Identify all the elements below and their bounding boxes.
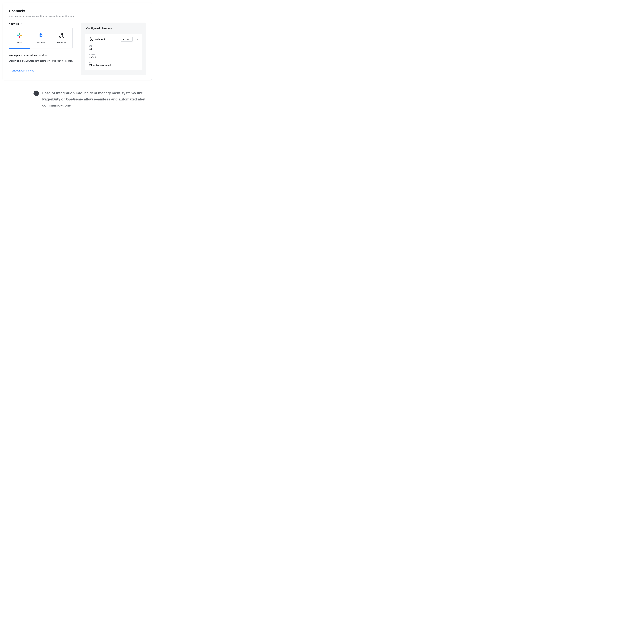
opsgenie-icon bbox=[38, 32, 44, 39]
annotation: Ease of integration into incident manage… bbox=[3, 80, 152, 114]
choose-workspace-button[interactable]: CHOOSE WORKSPACE bbox=[9, 68, 37, 74]
slack-icon bbox=[16, 32, 23, 39]
test-button[interactable]: ▶ TEST bbox=[121, 37, 133, 42]
url-value: test bbox=[88, 48, 138, 50]
svg-point-8 bbox=[40, 33, 42, 36]
notify-via-label: Notify via bbox=[9, 23, 19, 25]
channel-option-label: Webhook bbox=[57, 41, 66, 44]
play-icon: ▶ bbox=[123, 39, 124, 40]
channel-options: Slack Opsgenie bbox=[9, 28, 73, 49]
chevron-right-icon bbox=[33, 91, 39, 96]
annotation-text: Ease of integration into incident manage… bbox=[42, 90, 152, 108]
meta-value: 'test' = 't' bbox=[88, 56, 138, 58]
configured-channels-heading: Configured channels bbox=[85, 27, 142, 30]
svg-point-11 bbox=[63, 36, 64, 38]
svg-point-14 bbox=[91, 40, 92, 41]
left-column: Notify via ? bbox=[9, 23, 76, 74]
permissions-body: Start by giving StackState permissions t… bbox=[9, 59, 73, 63]
connector-line bbox=[11, 93, 34, 93]
channel-option-label: Slack bbox=[17, 41, 22, 44]
webhook-icon bbox=[59, 32, 65, 39]
configured-channels-panel: Configured channels bbox=[81, 23, 146, 75]
svg-rect-2 bbox=[19, 36, 20, 38]
channel-option-webhook[interactable]: Webhook bbox=[51, 28, 72, 49]
remove-channel-button[interactable]: ✕ bbox=[137, 38, 138, 40]
configured-channel-card: Webhook ▶ TEST ✕ URL test Meta data 'tes… bbox=[85, 34, 142, 70]
svg-point-13 bbox=[89, 40, 90, 41]
connector-line bbox=[11, 80, 11, 93]
test-button-label: TEST bbox=[125, 38, 131, 40]
svg-rect-0 bbox=[19, 33, 20, 35]
svg-rect-1 bbox=[17, 35, 19, 36]
configured-channel-type: Webhook bbox=[95, 38, 119, 41]
ssl-value: SSL verification enabled bbox=[88, 64, 138, 66]
svg-point-6 bbox=[18, 37, 19, 37]
meta-label: Meta data bbox=[88, 53, 138, 55]
channel-option-slack[interactable]: Slack bbox=[9, 28, 30, 49]
help-icon[interactable]: ? bbox=[21, 23, 23, 25]
url-label: URL bbox=[88, 45, 138, 47]
channel-option-label: Opsgenie bbox=[36, 41, 45, 44]
webhook-icon bbox=[88, 37, 93, 42]
svg-rect-3 bbox=[20, 35, 22, 36]
channels-card: Channels Configure the channels you want… bbox=[3, 3, 152, 80]
right-column: Configured channels bbox=[81, 23, 146, 75]
svg-point-10 bbox=[60, 36, 61, 38]
ssl-label: SSL bbox=[88, 61, 138, 63]
svg-point-7 bbox=[20, 37, 21, 37]
svg-point-4 bbox=[17, 34, 18, 35]
svg-point-5 bbox=[20, 34, 21, 35]
channel-option-opsgenie[interactable]: Opsgenie bbox=[30, 28, 51, 49]
section-subtitle: Configure the channels you want the noti… bbox=[9, 15, 146, 17]
permissions-heading: Workspace permissions required bbox=[9, 54, 76, 57]
section-title: Channels bbox=[9, 9, 146, 13]
